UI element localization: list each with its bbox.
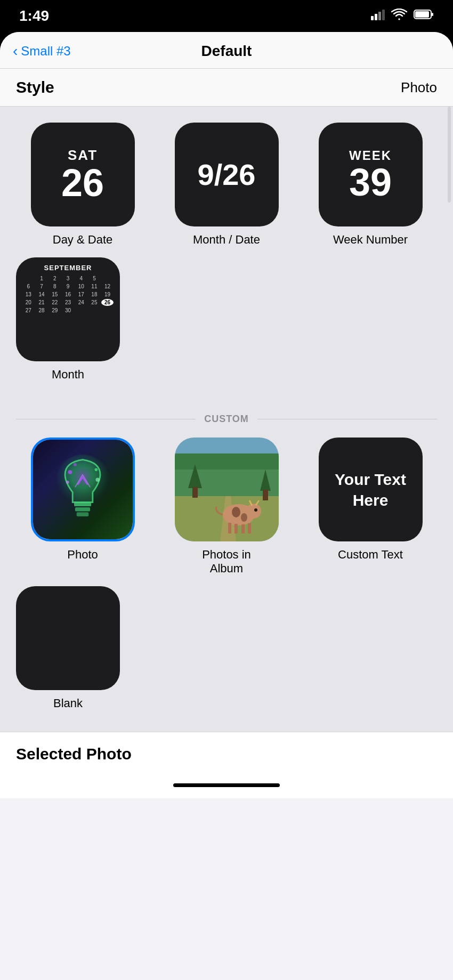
cal-cell: 22 (48, 299, 61, 306)
cal-cell: 9 (62, 283, 74, 290)
cal-cell: 19 (101, 291, 114, 298)
svg-rect-2 (378, 12, 381, 20)
lightbulb-icon (48, 447, 117, 532)
widget-item-photo[interactable]: Photo (16, 438, 149, 576)
widget-item-blank[interactable]: Blank (16, 586, 120, 710)
svg-rect-3 (382, 10, 385, 20)
home-indicator (0, 772, 453, 798)
svg-rect-29 (263, 490, 268, 500)
svg-rect-27 (248, 523, 251, 533)
svg-point-14 (95, 477, 100, 482)
widget-month-date: 9/26 (175, 123, 279, 226)
svg-rect-6 (432, 13, 433, 16)
cal-cell: 1 (36, 275, 48, 282)
widget-item-week-number[interactable]: WEEK 39 Week Number (304, 123, 437, 247)
cal-cell: 30 (62, 307, 74, 314)
svg-point-11 (68, 470, 72, 474)
widget-grid: SAT 26 Day & Date 9/26 Month / Date WEEK… (16, 123, 437, 247)
blank-widget (16, 586, 120, 690)
custom-text-widget: Your Text Here (319, 438, 423, 541)
svg-rect-8 (74, 502, 91, 506)
cal-grid: 1 2 3 4 5 6 7 8 9 10 11 12 (22, 275, 114, 314)
style-label: Style (16, 78, 54, 96)
svg-rect-25 (234, 524, 238, 533)
cow-scene-svg (175, 438, 279, 541)
date-text: 26 (61, 164, 104, 202)
cal-cell: 23 (62, 299, 74, 306)
photo-widget-inner (33, 440, 133, 539)
cal-cell: 6 (22, 283, 35, 290)
cal-cell: 12 (101, 283, 114, 290)
cal-cell: 7 (36, 283, 48, 290)
main-content: ‹ Small #3 Default Style Photo SAT 26 Da… (0, 32, 453, 980)
cal-cell (22, 275, 35, 282)
status-icons (371, 9, 434, 23)
cal-cell: 25 (88, 299, 101, 306)
svg-point-12 (95, 468, 98, 471)
widget-item-custom-text[interactable]: Your Text Here Custom Text (304, 438, 437, 576)
widget-item-photos-album[interactable]: Photos in Album (160, 438, 293, 576)
section-divider: CUSTOM (16, 414, 437, 425)
cal-cell: 3 (62, 275, 74, 282)
cal-cell: 10 (75, 283, 87, 290)
svg-rect-5 (415, 11, 429, 18)
back-button[interactable]: ‹ Small #3 (13, 44, 71, 59)
widget-week: WEEK 39 (319, 123, 423, 226)
widget-single-row: SEPTEMBER 1 2 3 4 5 6 7 8 9 (16, 257, 437, 382)
month-date-text: 9/26 (198, 157, 256, 192)
scroll-indicator (448, 107, 451, 203)
week-number: 39 (349, 163, 392, 201)
custom-section: CUSTOM (0, 398, 453, 732)
back-label: Small #3 (21, 44, 70, 59)
svg-rect-30 (192, 487, 198, 498)
cal-cell: 4 (75, 275, 87, 282)
cal-cell: 24 (75, 299, 87, 306)
cal-cell: 8 (48, 283, 61, 290)
cal-month-name: SEPTEMBER (22, 264, 114, 272)
status-bar: 1:49 (0, 0, 453, 32)
svg-point-15 (74, 463, 77, 466)
widget-item-day-date[interactable]: SAT 26 Day & Date (16, 123, 149, 247)
cal-cell: 18 (88, 291, 101, 298)
bottom-bar: Selected Photo (0, 732, 453, 772)
cal-cell: 14 (36, 291, 48, 298)
widget-item-month-date[interactable]: 9/26 Month / Date (160, 123, 293, 247)
cal-cell: 28 (36, 307, 48, 314)
cal-cell: 15 (48, 291, 61, 298)
photo-widget (31, 438, 135, 541)
nav-header: ‹ Small #3 Default (0, 32, 453, 69)
section-label: CUSTOM (204, 414, 249, 425)
svg-point-23 (241, 513, 247, 522)
cal-cell: 11 (88, 283, 101, 290)
cal-cell-today: 26 (101, 299, 114, 306)
blank-widget-row: Blank (16, 586, 437, 710)
home-bar (173, 783, 280, 787)
svg-point-13 (66, 481, 69, 484)
cal-cell: 27 (22, 307, 35, 314)
widget-item-month[interactable]: SEPTEMBER 1 2 3 4 5 6 7 8 9 (16, 257, 120, 382)
widget-label-day-date: Day & Date (53, 233, 113, 247)
svg-rect-0 (371, 16, 374, 20)
svg-rect-10 (77, 512, 89, 516)
widget-label-photo: Photo (67, 548, 98, 562)
widget-label-blank: Blank (53, 696, 83, 710)
cal-cell (101, 275, 114, 282)
style-header: Style Photo (0, 69, 453, 107)
widget-day-date: SAT 26 (31, 123, 135, 226)
widget-label-photos-album: Photos in Album (202, 548, 251, 576)
grid-section: SAT 26 Day & Date 9/26 Month / Date WEEK… (0, 107, 453, 398)
cal-cell: 20 (22, 299, 35, 306)
signal-icon (371, 9, 385, 23)
cal-cell: 5 (88, 275, 101, 282)
cal-cell: 21 (36, 299, 48, 306)
cal-cell: 13 (22, 291, 35, 298)
custom-text-content: Your Text Here (329, 469, 412, 511)
svg-rect-1 (375, 14, 377, 20)
svg-rect-9 (75, 507, 90, 511)
photo-value: Photo (401, 79, 437, 96)
divider-line-right (257, 419, 437, 419)
custom-grid: Photo (16, 438, 437, 576)
photos-album-widget (175, 438, 279, 541)
cal-cell: 2 (48, 275, 61, 282)
back-chevron-icon: ‹ (13, 44, 18, 59)
